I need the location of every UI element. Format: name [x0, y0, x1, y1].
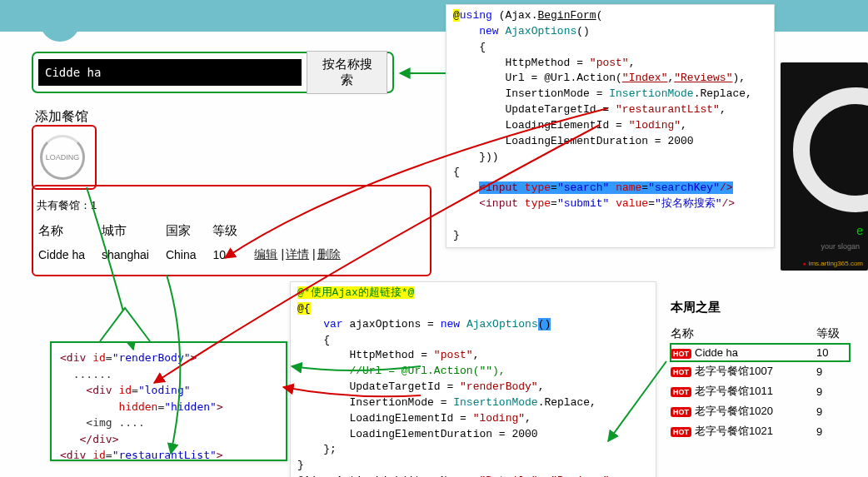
details-link[interactable]: 详情 — [286, 247, 309, 261]
hot-badge-icon: HOT — [671, 367, 691, 377]
star-rating: 9 — [816, 361, 850, 381]
code-snippet-actionlink: @*使用Ajax的超链接*@ @{ var ajaxOptions = new … — [290, 281, 656, 477]
code-snippet-beginform: @using (Ajax.BeginForm( new AjaxOptions(… — [446, 4, 775, 248]
star-row[interactable]: HOT老字号餐馆10079 — [671, 361, 850, 381]
loading-spinner-icon: LOADING — [40, 135, 85, 180]
html-snippet: <div id="renderBody"> ...... <div id="lo… — [50, 341, 287, 461]
star-name: 老字号餐馆1007 — [695, 365, 773, 377]
hot-badge-icon: HOT — [671, 427, 691, 437]
table-row: Cidde ha shanghai China 10 编辑|详情|删除 — [38, 244, 357, 266]
cell-name: Cidde ha — [38, 244, 100, 266]
cell-rating: 10 — [212, 244, 252, 266]
search-input[interactable] — [38, 59, 302, 86]
edit-link[interactable]: 编辑 — [254, 247, 277, 261]
delete-link[interactable]: 删除 — [317, 247, 341, 261]
cell-city: shanghai — [102, 244, 164, 266]
col-name: 名称 — [38, 220, 100, 242]
hot-badge-icon: HOT — [671, 349, 691, 359]
star-rating: 9 — [816, 421, 850, 441]
star-rating: 10 — [816, 344, 850, 361]
restaurant-count-label: 共有餐馆：1 — [37, 198, 97, 213]
star-col-rating: 等级 — [816, 324, 850, 344]
star-rating: 9 — [816, 381, 850, 401]
hot-badge-icon: HOT — [671, 407, 691, 417]
weekly-stars-panel: 本周之星 名称 等级 HOTCidde ha10HOT老字号餐馆10079HOT… — [671, 300, 850, 441]
star-row[interactable]: HOT老字号餐馆10209 — [671, 401, 850, 421]
weekly-stars-title: 本周之星 — [671, 300, 850, 316]
star-row[interactable]: HOTCidde ha10 — [671, 344, 850, 361]
star-name: 老字号餐馆1021 — [695, 425, 773, 437]
add-restaurant-link[interactable]: 添加餐馆 — [35, 108, 88, 126]
star-name: 老字号餐馆1011 — [695, 385, 773, 397]
star-rating: 9 — [816, 401, 850, 421]
star-row[interactable]: HOT老字号餐馆10119 — [671, 381, 850, 401]
search-button[interactable]: 按名称搜索 — [307, 51, 387, 94]
star-row[interactable]: HOT老字号餐馆10219 — [671, 421, 850, 441]
col-rating: 等级 — [212, 220, 252, 242]
search-form: 按名称搜索 — [32, 52, 394, 93]
star-name: 老字号餐馆1020 — [695, 405, 773, 417]
star-name: Cidde ha — [695, 346, 738, 359]
hot-badge-icon: HOT — [671, 387, 691, 397]
table-header-row: 名称 城市 国家 等级 — [38, 220, 357, 242]
restaurant-table: 名称 城市 国家 等级 Cidde ha shanghai China 10 编… — [37, 218, 359, 267]
star-col-name: 名称 — [671, 324, 816, 344]
col-city: 城市 — [102, 220, 164, 242]
sidebar-promo-image: e your slogan ims.arting365.com — [781, 62, 868, 271]
cell-country: China — [166, 244, 212, 266]
col-country: 国家 — [166, 220, 212, 242]
